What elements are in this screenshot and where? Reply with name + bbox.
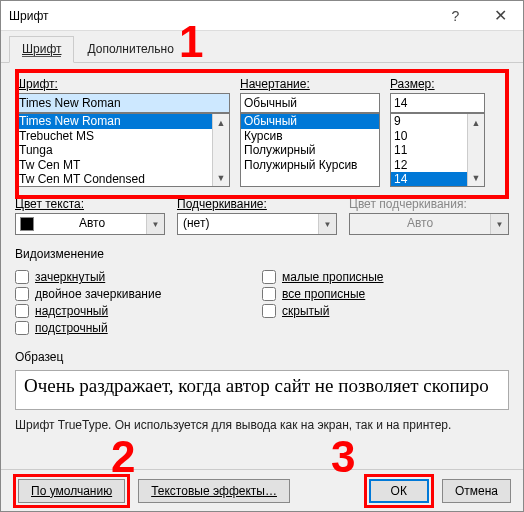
- underline-color-combo: Авто ▼: [349, 213, 509, 235]
- font-input[interactable]: [15, 93, 230, 113]
- subscript-label: подстрочный: [35, 321, 108, 335]
- smallcaps-label: малые прописные: [282, 270, 384, 284]
- double-strike-label: двойное зачеркивание: [35, 287, 161, 301]
- chevron-down-icon: ▼: [490, 214, 508, 234]
- titlebar: Шрифт ? ✕: [1, 1, 523, 31]
- list-item[interactable]: Times New Roman: [16, 114, 229, 129]
- set-default-button[interactable]: По умолчанию: [18, 479, 125, 503]
- allcaps-label: все прописные: [282, 287, 365, 301]
- list-item[interactable]: Tw Cen MT: [16, 158, 229, 173]
- preview-box: Очень раздражает, когда автор сайт не по…: [15, 370, 509, 410]
- smallcaps-checkbox[interactable]: [262, 270, 276, 284]
- font-dialog: Шрифт ? ✕ Шрифт Дополнительно 1 Шрифт: T…: [0, 0, 524, 512]
- tabs: Шрифт Дополнительно 1: [1, 31, 523, 63]
- strike-checkbox[interactable]: [15, 270, 29, 284]
- chevron-down-icon[interactable]: ▼: [146, 214, 164, 234]
- tab-advanced[interactable]: Дополнительно: [74, 36, 186, 63]
- size-label: Размер:: [390, 77, 435, 91]
- underline-combo[interactable]: (нет) ▼: [177, 213, 337, 235]
- chevron-down-icon[interactable]: ▼: [468, 169, 484, 186]
- font-listbox[interactable]: Times New Roman Trebuchet MS Tunga Tw Ce…: [15, 113, 230, 187]
- preview-heading: Образец: [15, 350, 509, 364]
- dialog-body: Шрифт: Times New Roman Trebuchet MS Tung…: [1, 63, 523, 469]
- list-item[interactable]: Обычный: [241, 114, 379, 129]
- style-label: Начертание:: [240, 77, 310, 91]
- list-item[interactable]: Полужирный Курсив: [241, 158, 379, 173]
- scrollbar[interactable]: ▲▼: [212, 114, 229, 186]
- double-strike-checkbox[interactable]: [15, 287, 29, 301]
- font-hint: Шрифт TrueType. Он используется для выво…: [15, 418, 509, 432]
- hidden-label: скрытый: [282, 304, 329, 318]
- color-swatch: [20, 217, 34, 231]
- hidden-checkbox[interactable]: [262, 304, 276, 318]
- list-item[interactable]: Tunga: [16, 143, 229, 158]
- cancel-button[interactable]: Отмена: [442, 479, 511, 503]
- chevron-down-icon[interactable]: ▼: [318, 214, 336, 234]
- close-button[interactable]: ✕: [478, 2, 523, 30]
- font-color-combo[interactable]: Авто ▼: [15, 213, 165, 235]
- style-input[interactable]: [240, 93, 380, 113]
- dialog-footer: По умолчанию Текстовые эффекты… ОК Отмен…: [1, 469, 523, 511]
- ok-button[interactable]: ОК: [369, 479, 429, 503]
- annotation-box-2: По умолчанию: [13, 474, 130, 508]
- strike-label: зачеркнутый: [35, 270, 105, 284]
- font-label: Шрифт:: [15, 77, 58, 91]
- list-item[interactable]: Trebuchet MS: [16, 129, 229, 144]
- list-item[interactable]: Полужирный: [241, 143, 379, 158]
- superscript-checkbox[interactable]: [15, 304, 29, 318]
- window-title: Шрифт: [9, 9, 433, 23]
- annotation-box-3: ОК: [364, 474, 434, 508]
- underline-label: Подчеркивание:: [177, 197, 337, 211]
- chevron-up-icon[interactable]: ▲: [468, 114, 484, 131]
- chevron-up-icon[interactable]: ▲: [213, 114, 229, 131]
- size-listbox[interactable]: 9 10 11 12 14 ▲▼: [390, 113, 485, 187]
- list-item[interactable]: Курсив: [241, 129, 379, 144]
- style-listbox[interactable]: Обычный Курсив Полужирный Полужирный Кур…: [240, 113, 380, 187]
- superscript-label: надстрочный: [35, 304, 108, 318]
- list-item[interactable]: Tw Cen MT Condensed: [16, 172, 229, 187]
- size-input[interactable]: [390, 93, 485, 113]
- tab-font[interactable]: Шрифт: [9, 36, 74, 63]
- font-color-label: Цвет текста:: [15, 197, 165, 211]
- chevron-down-icon[interactable]: ▼: [213, 169, 229, 186]
- effects-heading: Видоизменение: [15, 247, 509, 261]
- text-effects-button[interactable]: Текстовые эффекты…: [138, 479, 290, 503]
- allcaps-checkbox[interactable]: [262, 287, 276, 301]
- underline-color-label: Цвет подчеркивания:: [349, 197, 509, 211]
- help-button[interactable]: ?: [433, 2, 478, 30]
- scrollbar[interactable]: ▲▼: [467, 114, 484, 186]
- subscript-checkbox[interactable]: [15, 321, 29, 335]
